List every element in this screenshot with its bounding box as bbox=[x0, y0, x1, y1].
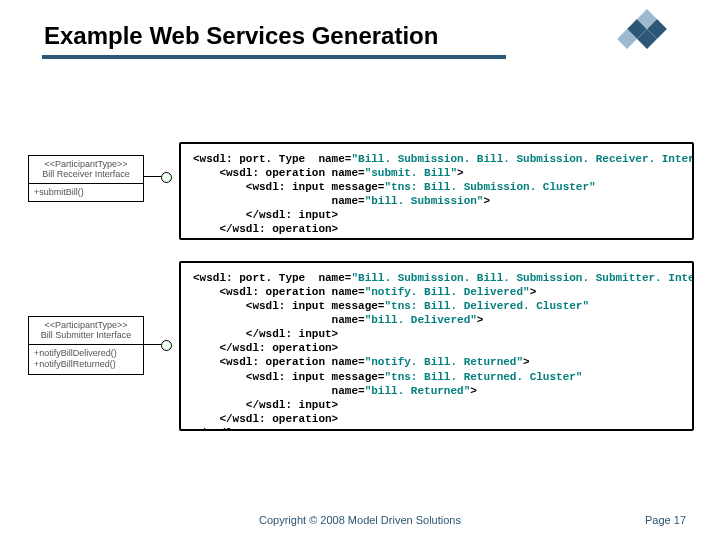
code-text: > bbox=[477, 314, 484, 326]
uml-stereotype: <<ParticipantType>> bbox=[34, 320, 138, 330]
uml-classname: Bill Submitter Interface bbox=[34, 330, 138, 340]
code-text: name= bbox=[193, 385, 365, 397]
page-title: Example Web Services Generation bbox=[44, 22, 572, 50]
code-text: </wsdl: port. Type> bbox=[193, 237, 318, 240]
uml-header: <<ParticipantType>> Bill Submitter Inter… bbox=[29, 317, 143, 345]
code-text: <wsdl: operation name= bbox=[193, 286, 365, 298]
slide-container: Example Web Services Generation <<Partic… bbox=[0, 0, 720, 540]
code-text: > bbox=[530, 286, 537, 298]
code-text: <wsdl: operation name= bbox=[193, 356, 365, 368]
code-text: </wsdl: input> bbox=[193, 399, 338, 411]
uml-interface-lollipop-icon bbox=[144, 176, 162, 177]
footer-copyright: Copyright © 2008 Model Driven Solutions bbox=[259, 514, 461, 526]
uml-box-submitter: <<ParticipantType>> Bill Submitter Inter… bbox=[28, 316, 144, 375]
uml-box-receiver: <<ParticipantType>> Bill Receiver Interf… bbox=[28, 155, 144, 202]
code-text: </wsdl: operation> bbox=[193, 413, 338, 425]
company-logo bbox=[602, 12, 674, 54]
code-text: </wsdl: operation> bbox=[193, 223, 338, 235]
code-string: "submit. Bill" bbox=[365, 167, 457, 179]
title-bar: Example Web Services Generation bbox=[44, 22, 572, 50]
code-string: "tns: Bill. Returned. Cluster" bbox=[384, 371, 582, 383]
uml-interface-lollipop-icon bbox=[144, 344, 162, 345]
code-string: "bill. Returned" bbox=[365, 385, 471, 397]
code-string: "bill. Submission" bbox=[365, 195, 484, 207]
code-text: > bbox=[470, 385, 477, 397]
code-text: <wsdl: port. Type name= bbox=[193, 153, 351, 165]
code-string: "notify. Bill. Returned" bbox=[365, 356, 523, 368]
code-text: <wsdl: input message= bbox=[193, 181, 384, 193]
uml-header: <<ParticipantType>> Bill Receiver Interf… bbox=[29, 156, 143, 184]
code-text: </wsdl: port. Type> bbox=[193, 427, 318, 431]
wsdl-code-panel-receiver: <wsdl: port. Type name="Bill. Submission… bbox=[179, 142, 694, 240]
code-text: > bbox=[457, 167, 464, 179]
uml-operation: +notifyBillReturned() bbox=[34, 359, 138, 371]
uml-classname: Bill Receiver Interface bbox=[34, 169, 138, 179]
code-text: </wsdl: input> bbox=[193, 328, 338, 340]
footer-page-number: Page 17 bbox=[645, 514, 686, 526]
code-text: > bbox=[483, 195, 490, 207]
code-string: "Bill. Submission. Bill. Submission. Sub… bbox=[351, 272, 694, 284]
code-text: <wsdl: operation name= bbox=[193, 167, 365, 179]
code-text: <wsdl: port. Type name= bbox=[193, 272, 351, 284]
code-text: </wsdl: input> bbox=[193, 209, 338, 221]
title-underline bbox=[42, 55, 506, 59]
uml-body: +submitBill() bbox=[29, 184, 143, 202]
code-text: </wsdl: operation> bbox=[193, 342, 338, 354]
code-string: "tns: Bill. Delivered. Cluster" bbox=[384, 300, 589, 312]
uml-operation: +submitBill() bbox=[34, 187, 138, 199]
uml-body: +notifyBillDelivered() +notifyBillReturn… bbox=[29, 345, 143, 374]
code-text: <wsdl: input message= bbox=[193, 300, 384, 312]
code-string: "tns: Bill. Submission. Cluster" bbox=[384, 181, 595, 193]
code-string: "bill. Delivered" bbox=[365, 314, 477, 326]
code-text: name= bbox=[193, 314, 365, 326]
code-text: name= bbox=[193, 195, 365, 207]
wsdl-code-panel-submitter: <wsdl: port. Type name="Bill. Submission… bbox=[179, 261, 694, 431]
code-text: > bbox=[523, 356, 530, 368]
uml-operation: +notifyBillDelivered() bbox=[34, 348, 138, 360]
code-string: "notify. Bill. Delivered" bbox=[365, 286, 530, 298]
code-text: <wsdl: input message= bbox=[193, 371, 384, 383]
code-string: "Bill. Submission. Bill. Submission. Rec… bbox=[351, 153, 694, 165]
uml-stereotype: <<ParticipantType>> bbox=[34, 159, 138, 169]
